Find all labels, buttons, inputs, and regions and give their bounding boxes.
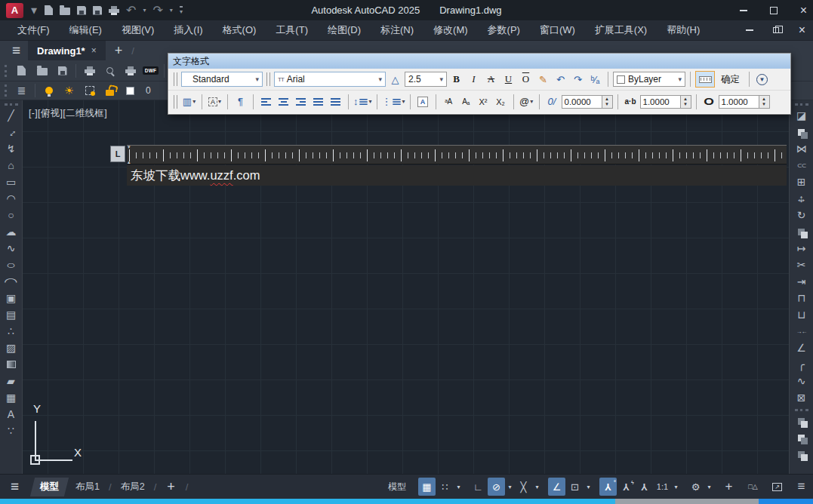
bring-to-front-icon[interactable] (792, 413, 811, 429)
annotative-icon[interactable]: △ (387, 72, 403, 88)
font-select[interactable]: TT Arial ▾ (274, 72, 386, 87)
align-center-icon[interactable] (276, 94, 291, 109)
oblique-angle-spinner[interactable]: 0.0000 ▲▼ (562, 95, 613, 109)
plot-icon[interactable] (109, 6, 119, 15)
redo-icon[interactable]: ↷ (152, 3, 162, 17)
ortho-toggle-icon[interactable]: ∟ (470, 478, 487, 496)
new-tab-icon[interactable]: + (106, 43, 132, 59)
autocad-logo-icon[interactable]: A (6, 3, 23, 18)
break-icon[interactable]: ⊔ (792, 306, 811, 323)
file-tab-menu-icon[interactable]: ≡ (5, 42, 28, 59)
spinner-arrows-icon[interactable]: ▲▼ (602, 95, 613, 109)
mtext-icon[interactable]: A (2, 406, 21, 423)
subscript-icon[interactable]: X₂ (493, 94, 509, 109)
polar-caret-icon[interactable]: ▾ (506, 478, 514, 496)
erase-icon[interactable]: ◪ (792, 107, 811, 124)
oblique-angle-value[interactable]: 0.0000 (562, 95, 602, 109)
bold-icon[interactable]: B (448, 72, 464, 88)
object-snap-icon[interactable]: ⊡ (566, 478, 584, 496)
layer-unlock-icon[interactable] (100, 82, 119, 99)
print-icon[interactable] (80, 63, 99, 79)
drawing-canvas[interactable]: [-][俯视][二维线框] L ▾ ▴ 东坡下载www.uzzf.com Y X (23, 100, 789, 474)
layer-properties-icon[interactable]: ≣ (12, 82, 31, 99)
customization-plus-icon[interactable]: + (720, 478, 738, 496)
menu-window[interactable]: 窗口(W) (530, 20, 585, 40)
uppercase-icon[interactable]: ᵃA (441, 94, 457, 109)
line-spacing-icon[interactable]: ↕▾ (353, 94, 372, 109)
snap-toggle-icon[interactable]: ∷ (436, 478, 454, 496)
region-icon[interactable]: ▰ (2, 373, 21, 389)
insert-field-icon[interactable]: A (415, 94, 431, 109)
toolbar-grip[interactable] (5, 85, 8, 97)
polyline-icon[interactable]: ↯ (2, 140, 21, 157)
workspace-gear-icon[interactable]: ⚙ (687, 478, 704, 496)
options-menu-button[interactable]: ▼ (754, 72, 770, 88)
align-left-icon[interactable] (258, 94, 274, 109)
layer-on-bulb-icon[interactable] (39, 82, 58, 99)
spinner-arrows-icon[interactable]: ▲▼ (759, 95, 770, 109)
paragraph-icon[interactable]: ¶ (233, 94, 248, 109)
dialog-title-bar[interactable]: 文字格式 (168, 54, 790, 69)
menu-file[interactable]: 文件(F) (8, 20, 60, 40)
lowercase-icon[interactable]: Aₐ (458, 94, 474, 109)
annotation-scale-value[interactable]: 1:1 (654, 478, 671, 496)
dwf-export-icon[interactable]: DWF (141, 63, 160, 79)
viewport-controls[interactable]: [-][俯视][二维线框] (29, 107, 107, 120)
menu-dimension[interactable]: 标注(N) (371, 20, 423, 40)
tab-model[interactable]: 模型 (30, 478, 69, 496)
numbering-icon[interactable]: ⋮▾ (382, 94, 405, 109)
layer-thaw-sun-icon[interactable]: ☀ (60, 82, 79, 99)
menu-edit[interactable]: 编辑(E) (60, 20, 112, 40)
isodraft-caret-icon[interactable]: ▾ (533, 478, 541, 496)
undo-icon[interactable]: ↶ (126, 3, 136, 17)
text-style-select[interactable]: Standard ▾ (181, 72, 263, 87)
superscript-icon[interactable]: X² (476, 94, 491, 109)
mtext-justification-icon[interactable]: A▾ (207, 94, 223, 109)
workspace-caret-icon[interactable]: ▾ (705, 478, 713, 496)
menu-view[interactable]: 视图(V) (112, 20, 164, 40)
print-preview-icon[interactable] (100, 63, 119, 79)
clean-screen-icon[interactable]: ↗ (768, 478, 786, 496)
tracking-icon[interactable]: a·b (623, 94, 639, 109)
chamfer-icon[interactable]: ∠ (792, 340, 811, 356)
text-height-select[interactable]: 2.5 ▾ (405, 72, 447, 87)
menu-insert[interactable]: 插入(I) (164, 20, 212, 40)
symbol-icon[interactable]: @▾ (519, 94, 534, 109)
tab-style-button[interactable]: L (110, 146, 125, 162)
toolbar-grip[interactable] (795, 409, 808, 411)
open-icon[interactable] (32, 63, 51, 79)
dialog-redo-icon[interactable]: ↷ (570, 72, 586, 88)
polar-tracking-icon[interactable]: ⊘ (488, 478, 505, 496)
polygon-icon[interactable]: ⌂ (2, 157, 21, 174)
strikethrough-icon[interactable]: A (483, 72, 499, 88)
publish-icon[interactable] (121, 63, 140, 79)
move-icon[interactable]: ↔↕ (792, 190, 811, 207)
object-snap-tracking-icon[interactable]: ∠ (548, 478, 565, 496)
new-file-icon[interactable] (45, 5, 53, 15)
dialog-undo-icon[interactable]: ↶ (553, 72, 568, 88)
redo-caret-icon[interactable]: ▾ (170, 7, 173, 14)
tab-layout2[interactable]: 布局2 (113, 478, 152, 496)
isolate-objects-icon[interactable]: □△ (744, 478, 762, 496)
doc-close-icon[interactable]: × (799, 24, 805, 36)
extend-icon[interactable]: ⇥ (792, 273, 811, 290)
undo-caret-icon[interactable]: ▾ (143, 7, 146, 14)
insert-block-icon[interactable]: ▣ (2, 290, 21, 306)
minimize-icon[interactable] (740, 10, 747, 11)
scale-icon[interactable] (792, 223, 811, 240)
width-factor-value[interactable]: 1.0000 (719, 95, 759, 109)
explode-icon[interactable]: ⊠ (792, 389, 811, 406)
mtext-ruler[interactable]: ▾ ▴ (127, 145, 787, 164)
justify-icon[interactable] (310, 94, 326, 109)
overline-icon[interactable]: O (518, 72, 534, 88)
menu-help[interactable]: 帮助(H) (657, 20, 710, 40)
menu-draw[interactable]: 绘图(D) (318, 20, 371, 40)
width-factor-icon[interactable]: O (701, 94, 717, 109)
menu-express[interactable]: 扩展工具(X) (585, 20, 657, 40)
toolbar-grip[interactable] (5, 65, 8, 77)
customize-status-icon[interactable]: ≡ (793, 478, 810, 496)
open-file-icon[interactable] (60, 8, 70, 15)
model-space-button[interactable]: 模型 (383, 478, 411, 496)
layer-vp-freeze-icon[interactable] (80, 82, 99, 99)
layer-color-swatch[interactable] (121, 82, 140, 99)
